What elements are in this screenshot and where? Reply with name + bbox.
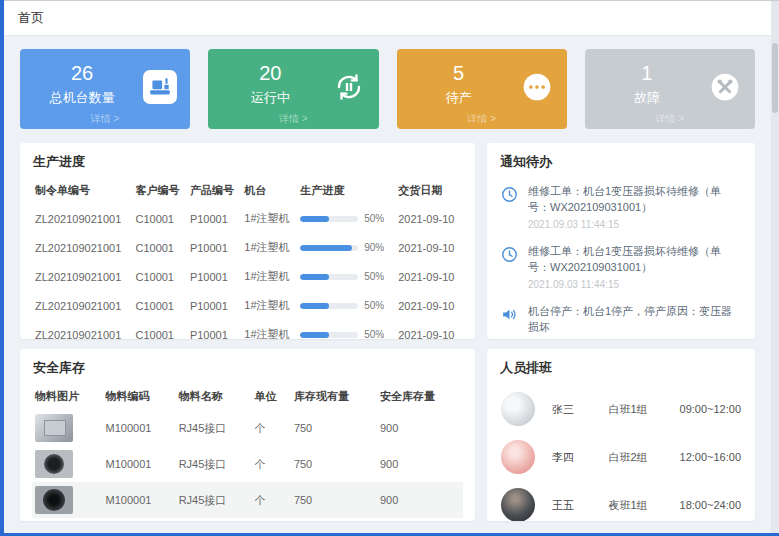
cell-order: ZL202109021001	[32, 233, 132, 262]
card-fault[interactable]: 1 故障 详情 >	[585, 49, 755, 129]
avatar	[501, 488, 535, 521]
card-running[interactable]: 20 运行中 详情 >	[208, 49, 378, 129]
column-header: 机台	[241, 177, 297, 204]
card-total-machines[interactable]: 26 总机台数量 详情 >	[20, 49, 190, 129]
card-value: 20	[208, 62, 332, 84]
staff-shift: 白班2组	[608, 450, 679, 465]
notification-item[interactable]: 维修工单：机台1变压器损坏待维修（单号：WX202109031001） 2021…	[500, 177, 742, 237]
notification-item[interactable]: 机台停产：机台1停产，停产原因：变压器损坏 2021.09.03 11:44:1…	[500, 297, 742, 339]
cell-image	[32, 410, 103, 446]
progress-label: 50%	[364, 213, 384, 224]
card-detail-link[interactable]: 详情 >	[585, 112, 755, 126]
panel-title: 安全库存	[20, 349, 475, 381]
cell-customer: C10001	[132, 320, 186, 339]
cell-order: ZL202109021001	[32, 204, 132, 233]
staff-shift: 白班1组	[608, 402, 679, 417]
cell-unit: 个	[251, 446, 290, 482]
clock-icon	[500, 245, 519, 264]
column-header: 物料名称	[176, 383, 252, 410]
table-row: ZL202109021001 C10001 P10001 1#注塑机 50% 2…	[32, 204, 463, 233]
staff-name: 李四	[552, 450, 608, 465]
window-left-border	[0, 0, 4, 536]
speaker-icon	[500, 305, 519, 324]
cell-safety: 900	[377, 446, 463, 482]
panel-staffing: 人员排班 张三 白班1组 09:00~12:00 李四 白班2组 12:00~1…	[487, 349, 755, 521]
cell-name: RJ45接口	[176, 482, 252, 518]
cell-product: P10001	[187, 233, 241, 262]
notification-item[interactable]: 维修工单：机台1变压器损坏待维修（单号：WX202109031001） 2021…	[500, 237, 742, 297]
card-text: 26 总机台数量	[20, 62, 144, 107]
progress-label: 50%	[364, 300, 384, 311]
clock-icon	[500, 185, 519, 204]
staff-row: 李四 白班2组 12:00~16:00	[501, 433, 741, 481]
notification-body: 维修工单：机台1变压器损坏待维修（单号：WX202109031001） 2021…	[528, 244, 742, 290]
cell-code: M100001	[103, 410, 176, 446]
notification-body: 机台停产：机台1停产，停产原因：变压器损坏 2021.09.03 11:44:1…	[528, 304, 742, 339]
round-connector-photo	[35, 450, 73, 478]
table-header-row: 物料图片 物料编码 物料名称 单位 库存现有量 安全库存量	[32, 383, 463, 410]
cell-date: 2021-09-10	[395, 291, 463, 320]
cell-code: M100001	[103, 482, 176, 518]
cell-product: P10001	[187, 262, 241, 291]
card-value: 1	[585, 62, 709, 84]
panel-safety-stock: 安全库存 物料图片 物料编码 物料名称 单位 库存现有量 安全库存量	[20, 349, 475, 521]
avatar	[501, 440, 535, 474]
card-text: 20 运行中	[208, 62, 332, 107]
page-title: 首页	[18, 9, 44, 27]
cell-product: P10001	[187, 291, 241, 320]
table-row: ZL202109021001 C10001 P10001 1#注塑机 90% 2…	[32, 233, 463, 262]
staff-shift: 夜班1组	[608, 498, 679, 513]
cell-progress: 50%	[297, 320, 395, 339]
staff-row: 王五 夜班1组 18:00~24:00	[501, 481, 741, 521]
avatar	[501, 392, 535, 426]
table-row: M100001 RJ45接口 个 750 900	[32, 446, 463, 482]
column-header: 生产进度	[297, 177, 395, 204]
card-text: 1 故障	[585, 62, 709, 107]
cell-name: RJ45接口	[176, 410, 252, 446]
card-label: 故障	[585, 89, 709, 107]
panel-production-progress: 生产进度 制令单编号 客户编号 产品编号 机台 生产进度 交货日期	[20, 143, 475, 339]
table-row: M100001 RJ45接口 个 750 900	[32, 482, 463, 518]
table-row: ZL202109021001 C10001 P10001 1#注塑机 50% 2…	[32, 291, 463, 320]
column-header: 库存现有量	[291, 383, 377, 410]
production-table: 制令单编号 客户编号 产品编号 机台 生产进度 交货日期 ZL202109021…	[32, 177, 463, 339]
cell-stock: 750	[291, 446, 377, 482]
card-detail-link[interactable]: 详情 >	[20, 112, 190, 126]
notification-list: 维修工单：机台1变压器损坏待维修（单号：WX202109031001） 2021…	[487, 175, 755, 339]
scrollbar-thumb[interactable]	[772, 43, 778, 113]
staff-time: 18:00~24:00	[680, 499, 741, 511]
cell-safety: 900	[377, 410, 463, 446]
staff-time: 09:00~12:00	[680, 403, 741, 415]
progress-bar	[300, 274, 358, 280]
cell-order: ZL202109021001	[32, 262, 132, 291]
cell-stock: 750	[291, 410, 377, 446]
column-header: 客户编号	[132, 177, 186, 204]
card-detail-link[interactable]: 详情 >	[397, 112, 567, 126]
progress-label: 90%	[364, 242, 384, 253]
notification-body: 维修工单：机台1变压器损坏待维修（单号：WX202109031001） 2021…	[528, 184, 742, 230]
staff-list: 张三 白班1组 09:00~12:00 李四 白班2组 12:00~16:00 …	[487, 381, 755, 521]
cell-order: ZL202109021001	[32, 320, 132, 339]
card-detail-link[interactable]: 详情 >	[208, 112, 378, 126]
panel-title: 通知待办	[487, 143, 755, 175]
staff-name: 张三	[552, 402, 608, 417]
column-header: 交货日期	[395, 177, 463, 204]
cell-unit: 个	[251, 410, 290, 446]
cell-customer: C10001	[132, 291, 186, 320]
panel-title: 生产进度	[20, 143, 475, 175]
progress-bar	[300, 303, 358, 309]
cell-customer: C10001	[132, 262, 186, 291]
progress-bar	[300, 245, 358, 251]
table-header-row: 制令单编号 客户编号 产品编号 机台 生产进度 交货日期	[32, 177, 463, 204]
column-header: 产品编号	[187, 177, 241, 204]
page-header: 首页	[4, 1, 771, 36]
notification-time: 2021.09.03 11:44:15	[528, 279, 742, 290]
rj45-connector-photo	[35, 414, 73, 442]
notification-time: 2021.09.03 11:44:15	[528, 219, 742, 230]
cell-progress: 50%	[297, 204, 395, 233]
cell-stock: 750	[291, 482, 377, 518]
card-waiting[interactable]: 5 待产 详情 >	[397, 49, 567, 129]
panels-grid: 生产进度 制令单编号 客户编号 产品编号 机台 生产进度 交货日期	[20, 143, 755, 521]
notification-text: 维修工单：机台1变压器损坏待维修（单号：WX202109031001）	[528, 244, 742, 276]
scrollbar-track[interactable]	[771, 1, 779, 533]
